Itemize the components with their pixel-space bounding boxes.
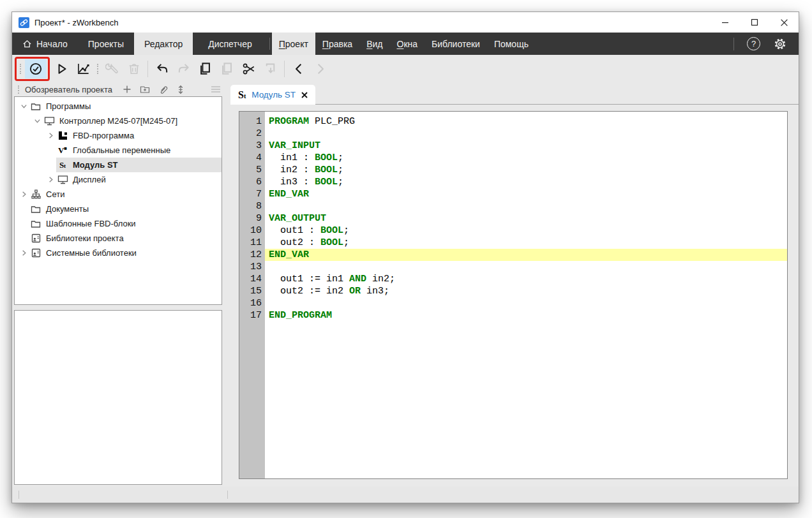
home-icon (22, 39, 32, 48)
st-icon: St (238, 90, 246, 100)
ribbon: НачалоПроектыРедакторДиспетчер ПроектПра… (12, 33, 799, 55)
run-button[interactable] (52, 59, 71, 78)
expand-vertical-icon[interactable] (176, 85, 185, 94)
st-code-editor[interactable]: 1234567891011121314151617 PROGRAM PLC_PR… (239, 111, 788, 479)
toolbar-separator (284, 61, 285, 77)
tree-item-label: Программы (46, 101, 91, 111)
code-line: in2 : BOOL; (265, 164, 787, 176)
ribbon-tab-label: Редактор (144, 39, 183, 49)
line-number: 10 (239, 225, 262, 237)
help-icon[interactable]: ? (747, 37, 760, 50)
menu-edit[interactable]: Правка (315, 33, 359, 55)
tree-item-label: Контроллер M245-07[M245-07] (59, 116, 177, 126)
close-button[interactable] (769, 12, 799, 33)
minimize-button[interactable] (710, 12, 740, 33)
app-window: Проект* - zWorkbench НачалоПроектыРедакт… (11, 11, 799, 503)
verify-button[interactable] (25, 59, 47, 78)
code-line (265, 128, 787, 140)
line-number: 8 (239, 200, 262, 212)
editor-area: St Модуль ST 1234567891011121314151617 P… (230, 82, 799, 487)
status-bar (12, 487, 799, 503)
chevron-down-icon[interactable] (32, 117, 43, 124)
code-line: out1 := in1 AND in2; (265, 273, 787, 285)
menu-windows[interactable]: Окна (389, 33, 425, 55)
menu-view[interactable]: Вид (359, 33, 389, 55)
add-icon[interactable] (123, 85, 132, 94)
folder-icon (30, 219, 41, 228)
ribbon-tab-home[interactable]: Начало (12, 33, 78, 55)
panel-menu-icon[interactable] (211, 86, 220, 93)
toolbar-drag-handle[interactable] (97, 64, 98, 74)
window-controls (710, 12, 799, 33)
menu-project[interactable]: Проект (272, 33, 315, 55)
app-logo-icon (19, 17, 29, 28)
project-explorer-panel: Обозреватель проекта (12, 82, 230, 487)
tools-button[interactable] (102, 59, 122, 78)
ribbon-separator (733, 38, 734, 50)
maximize-button[interactable] (740, 12, 769, 33)
tree-item-label: Сети (46, 189, 64, 199)
tree-item-label: Системные библиотеки (46, 248, 137, 258)
panel-toolbar (123, 85, 185, 94)
panel-drag-handle[interactable] (18, 85, 19, 94)
tree-item[interactable]: Сети (15, 187, 222, 202)
tree-item[interactable]: Контроллер M245-07[M245-07] (15, 114, 222, 128)
line-number: 7 (239, 188, 262, 200)
tree-item[interactable]: Дисплей (15, 172, 222, 187)
line-number: 17 (239, 309, 262, 322)
monitor-icon (43, 116, 55, 126)
status-divider (19, 491, 19, 499)
line-number: 16 (239, 297, 262, 309)
ribbon-tabs: НачалоПроектыРедакторДиспетчер (12, 33, 267, 55)
toolbar-drag-handle[interactable] (20, 64, 21, 74)
paste-special-button[interactable] (260, 59, 280, 78)
close-icon[interactable] (301, 92, 308, 98)
project-tree: ПрограммыКонтроллер M245-07[M245-07]FBD-… (14, 96, 222, 305)
cut-button[interactable] (239, 59, 259, 78)
tree-item[interactable]: FBD-программа (15, 128, 222, 143)
settings-gear-icon[interactable] (773, 37, 787, 51)
red-annotation-box (15, 57, 50, 81)
tree-item[interactable]: Программы (15, 99, 222, 114)
folder-icon (30, 205, 41, 214)
monitor-icon (57, 175, 68, 184)
editor-wrapper: 1234567891011121314151617 PROGRAM PLC_PR… (230, 105, 799, 487)
delete-button[interactable] (124, 59, 144, 78)
ribbon-tab-editor[interactable]: Редактор (134, 33, 193, 55)
tree-item[interactable]: Шаблонные FBD-блоки (15, 216, 222, 231)
code-line: in3 : BOOL; (265, 176, 787, 188)
code-line: END_VAR (265, 188, 787, 200)
main-area: Обозреватель проекта (12, 82, 799, 487)
navigate-forward-button[interactable] (310, 59, 330, 78)
ribbon-tab-projects[interactable]: Проекты (78, 33, 134, 55)
line-number: 9 (239, 212, 262, 225)
tab-module-st[interactable]: St Модуль ST (230, 85, 315, 105)
chevron-right-icon[interactable] (19, 249, 29, 256)
chevron-right-icon[interactable] (45, 176, 56, 183)
toolbar-separator (147, 61, 148, 77)
menu-libraries[interactable]: Библиотеки (425, 33, 487, 55)
chevron-down-icon[interactable] (19, 103, 29, 110)
trend-button[interactable] (73, 59, 93, 78)
chevron-right-icon[interactable] (45, 132, 56, 139)
tree-item[interactable]: V■Глобальные переменные (15, 143, 222, 158)
menu-help[interactable]: Помощь (487, 33, 536, 55)
tree-item[interactable]: Библиотеки проекта (15, 231, 222, 246)
tree-item[interactable]: StМодуль ST (15, 158, 222, 172)
project-explorer-header: Обозреватель проекта (14, 82, 222, 96)
redo-button[interactable] (174, 59, 193, 78)
window-title: Проект* - zWorkbench (34, 18, 118, 27)
add-folder-icon[interactable] (140, 85, 150, 94)
ribbon-tab-dispatcher[interactable]: Диспетчер (193, 33, 267, 55)
link-icon[interactable] (158, 85, 168, 94)
folder-icon (30, 102, 41, 111)
tree-item[interactable]: Документы (15, 202, 222, 216)
paste-button[interactable] (217, 59, 237, 78)
tree-item-label: Глобальные переменные (73, 145, 170, 155)
navigate-back-button[interactable] (289, 59, 308, 78)
undo-button[interactable] (152, 59, 172, 78)
tree-item[interactable]: Системные библиотеки (15, 246, 222, 260)
copy-button[interactable] (195, 59, 215, 78)
tree-item-label: Документы (46, 204, 89, 214)
chevron-right-icon[interactable] (19, 191, 29, 198)
